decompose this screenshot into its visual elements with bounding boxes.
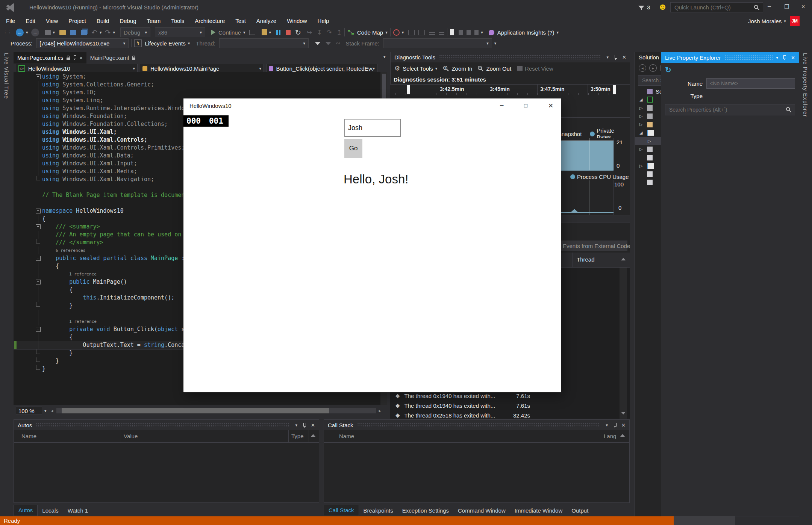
outline-margin[interactable]	[34, 183, 42, 191]
save-all-icon[interactable]	[81, 30, 87, 35]
solution-platforms-dropdown[interactable]: x86 ▾	[155, 27, 205, 37]
menu-debug[interactable]: Debug	[114, 15, 141, 27]
tab-mainpage.xaml.cs[interactable]: MainPage.xaml.cs×	[14, 52, 86, 64]
diagnostic-tools-header[interactable]: Diagnostic Tools ▾ ✕	[391, 52, 630, 62]
expander-icon[interactable]: ▷	[648, 139, 654, 144]
break-all-icon[interactable]	[276, 30, 280, 35]
menu-tools[interactable]: Tools	[166, 15, 189, 27]
pin-icon[interactable]	[613, 422, 617, 428]
expander-icon[interactable]: ▷	[639, 147, 645, 152]
navigate-back-icon[interactable]: ←	[16, 29, 24, 36]
outline-margin[interactable]	[34, 215, 42, 223]
collapse-box-icon[interactable]: −	[36, 327, 41, 332]
collapse-box-icon[interactable]: −	[36, 74, 41, 79]
increase-indent-icon[interactable]	[439, 32, 444, 33]
redo-icon[interactable]: ↷	[105, 28, 111, 37]
autos-header[interactable]: Autos ▾ ✕	[14, 420, 319, 430]
pin-icon[interactable]	[614, 54, 618, 60]
zoom-out-icon[interactable]	[477, 65, 484, 72]
start-continue-icon[interactable]	[211, 30, 215, 35]
event-row[interactable]: ◆The thread 0x2518 has exited with...32.…	[392, 410, 550, 420]
forward-icon[interactable]: ▸	[649, 64, 657, 72]
outline-margin[interactable]	[34, 302, 42, 310]
outline-margin[interactable]	[34, 341, 42, 349]
outline-margin[interactable]	[34, 112, 42, 120]
avatar[interactable]: JM	[790, 16, 800, 26]
timeline-range-marker[interactable]	[407, 85, 410, 94]
outline-margin[interactable]: −	[34, 207, 42, 215]
pin-icon[interactable]	[73, 55, 77, 61]
scroll-right-icon[interactable]: ▸	[379, 408, 381, 413]
tab-call-stack[interactable]: Call Stack	[324, 505, 359, 516]
app-maximize-icon[interactable]: □	[524, 102, 527, 109]
close-icon[interactable]: ×	[80, 55, 83, 61]
close-icon[interactable]: ✕	[791, 55, 795, 61]
lifecycle-events-label[interactable]: Lifecycle Events	[145, 40, 185, 47]
name-field[interactable]	[706, 78, 795, 89]
step-into-icon[interactable]: ↧	[317, 29, 322, 36]
stack-frame-dropdown[interactable]: ▾	[383, 38, 492, 48]
app-minimize-icon[interactable]: –	[500, 101, 503, 109]
outline-margin[interactable]	[34, 104, 42, 112]
scroll-up-icon[interactable]	[620, 434, 625, 437]
step-out-icon[interactable]: ↥	[336, 29, 342, 36]
outline-margin[interactable]	[34, 81, 42, 89]
zoom-in-icon[interactable]	[443, 65, 449, 72]
codelens-label[interactable]: 6 references	[56, 247, 85, 254]
window-position-chevron-icon[interactable]: ▾	[776, 55, 779, 60]
lpe-search-box[interactable]	[665, 104, 795, 115]
quick-launch-box[interactable]	[670, 2, 763, 12]
outline-margin[interactable]	[34, 262, 42, 270]
close-icon[interactable]: ✕	[311, 422, 315, 428]
expand-definitions-icon[interactable]	[418, 30, 425, 35]
collapse-box-icon[interactable]: −	[36, 280, 41, 284]
member-dropdown[interactable]: Button_Click(object sender, RoutedEventA…	[266, 64, 377, 73]
collapse-box-icon[interactable]: −	[36, 256, 41, 261]
back-dropdown-icon[interactable]: ▾	[26, 30, 28, 35]
codelens-label[interactable]: 1 reference	[69, 270, 97, 278]
scroll-down-icon[interactable]	[621, 412, 626, 415]
select-tools-button[interactable]: Select Tools	[403, 65, 433, 72]
diagnostics-timeline-ruler[interactable]: 3:42.5min3:45min3:47.5min3:50min	[390, 84, 630, 95]
open-file-icon[interactable]	[59, 30, 66, 35]
scroll-up-icon[interactable]	[311, 434, 315, 437]
column-value[interactable]: Value	[124, 433, 138, 439]
menu-build[interactable]: Build	[91, 15, 114, 27]
tab-locals[interactable]: Locals	[38, 505, 63, 516]
outline-margin[interactable]	[34, 144, 42, 152]
outline-margin[interactable]	[34, 294, 42, 302]
outline-margin[interactable]: −	[34, 254, 42, 262]
undo-icon[interactable]: ↶	[91, 28, 97, 37]
attach-icon[interactable]	[249, 30, 255, 35]
tab-autos[interactable]: Autos	[14, 505, 38, 516]
outline-margin[interactable]: −	[34, 223, 42, 231]
tab-watch-1[interactable]: Watch 1	[63, 505, 92, 516]
navigate-forward-icon[interactable]: →	[31, 29, 39, 36]
redo-dropdown-icon[interactable]: ▾	[113, 30, 115, 35]
scroll-up-icon[interactable]	[621, 258, 626, 260]
collapse-box-icon[interactable]: −	[36, 209, 41, 213]
save-icon[interactable]	[70, 30, 76, 35]
maximize-icon[interactable]: ❐	[784, 3, 789, 10]
outline-margin[interactable]	[34, 239, 42, 247]
show-next-statement-icon[interactable]: ↪	[307, 29, 312, 36]
tab-breakpoints[interactable]: Breakpoints	[359, 505, 398, 516]
outline-margin[interactable]	[34, 365, 42, 373]
event-row[interactable]: ◆The thread 0x1940 has exited with...7.6…	[392, 401, 550, 410]
suppress-jit-icon[interactable]: ∾	[336, 40, 341, 47]
go-button[interactable]: Go	[344, 139, 362, 158]
filter-icon[interactable]	[315, 42, 321, 45]
expander-icon[interactable]: ▷	[639, 163, 645, 168]
window-position-chevron-icon[interactable]: ▾	[607, 55, 609, 60]
restart-icon[interactable]: ↻	[295, 28, 301, 37]
menu-test[interactable]: Test	[230, 15, 251, 27]
column-name[interactable]: Name	[339, 433, 354, 439]
process-dropdown[interactable]: [7048] HelloWindows10.exe ▾	[36, 38, 129, 48]
menu-architecture[interactable]: Architecture	[189, 15, 230, 27]
column-name[interactable]: Name	[21, 433, 36, 439]
outline-margin[interactable]	[34, 247, 42, 254]
live-property-explorer-tab[interactable]: Live Property Explorer	[802, 53, 809, 117]
outline-margin[interactable]	[34, 310, 42, 318]
outline-margin[interactable]: −	[34, 325, 42, 333]
outline-margin[interactable]	[34, 270, 42, 278]
